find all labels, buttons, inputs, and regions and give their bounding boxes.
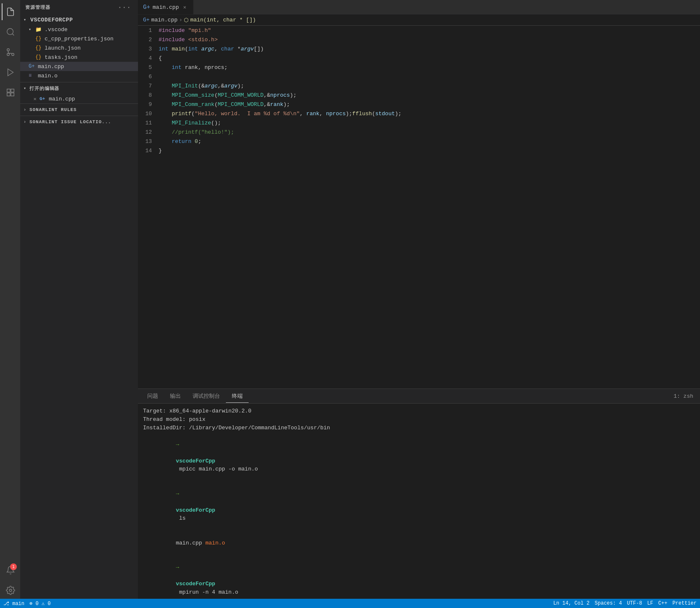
sidebar-header: 资源管理器 ···	[20, 0, 138, 15]
shell-label: 1: zsh	[673, 393, 697, 399]
breadcrumb-separator: ›	[179, 17, 182, 23]
panel-tabs: 问题 输出 调试控制台 终端 1: zsh	[138, 389, 700, 404]
tree-item-main-o[interactable]: ≡ main.o	[20, 71, 138, 80]
chevron-down-icon: ▾	[29, 27, 35, 32]
chevron-right-icon: ›	[24, 108, 29, 112]
language-status[interactable]: C++	[658, 600, 668, 606]
close-button[interactable]: ✕	[32, 96, 38, 102]
status-bar: ⎇ main ⊗ 0 ⚠ 0 Ln 14, Col 2 Spaces: 4 UT…	[0, 599, 700, 608]
tab-bar: G+ main.cpp ✕	[138, 0, 700, 15]
term-cmd-mpicc1: → vscodeForCpp mpicc main.cpp -o main.o	[143, 432, 695, 481]
chevron-right-icon: ›	[24, 120, 29, 124]
search-icon[interactable]	[2, 24, 19, 40]
term-cmd-mpirun1: → vscodeForCpp mpirun -n 4 main.o	[143, 555, 695, 599]
tree-item-tasks[interactable]: {} tasks.json	[20, 53, 138, 62]
open-editors-header[interactable]: ▾ 打开的编辑器	[20, 82, 138, 94]
tree-item-main-cpp[interactable]: G+ main.cpp	[20, 62, 138, 71]
tree-item-c-cpp-properties[interactable]: {} c_cpp_properties.json	[20, 34, 138, 43]
breadcrumb-file[interactable]: G+ main.cpp	[143, 17, 178, 23]
breadcrumb: G+ main.cpp › ⬡ main(int, char * [])	[138, 15, 700, 26]
code-line-6: 6	[138, 74, 700, 83]
extensions-icon[interactable]	[2, 84, 19, 101]
git-icon[interactable]	[2, 44, 19, 61]
code-editor[interactable]: 1 #include "mpi.h" 2 #include <stdio.h> …	[138, 26, 700, 389]
term-output-thread: Thread model: posix	[143, 415, 695, 424]
svg-rect-9	[11, 93, 14, 96]
function-icon: ⬡	[184, 17, 188, 24]
eol-status[interactable]: LF	[647, 600, 653, 606]
tab-problems[interactable]: 问题	[141, 390, 164, 403]
sonarlint-issues-section: › SONARLINT ISSUE LOCATIO...	[20, 116, 138, 128]
status-right: Ln 14, Col 2 Spaces: 4 UTF-8 LF C++ Pret…	[553, 600, 697, 606]
svg-point-3	[7, 49, 10, 51]
code-line-11: 11 MPI_Finalize();	[138, 120, 700, 129]
cpp-file-icon: G+	[40, 96, 47, 102]
indentation-status[interactable]: Spaces: 4	[595, 600, 622, 606]
sonarlint-issues-header[interactable]: › SONARLINT ISSUE LOCATIO...	[20, 116, 138, 128]
cpp-file-icon: G+	[29, 63, 36, 69]
cpp-tab-icon: G+	[143, 4, 150, 11]
term-output-installeddir: InstalledDir: /Library/Developer/Command…	[143, 424, 695, 432]
app-container: 1 资源管理器 ··· ▾ VSCODEFORCPP	[0, 0, 700, 599]
cpp-breadcrumb-icon: G+	[143, 17, 150, 23]
svg-rect-8	[7, 93, 10, 96]
obj-file-icon: ≡	[29, 73, 36, 79]
files-icon[interactable]	[2, 3, 19, 20]
tree-folder-vscode[interactable]: ▾ 📁 .vscode	[20, 25, 138, 34]
open-editors-section: ▾ 打开的编辑器 ✕ G+ main.cpp	[20, 82, 138, 103]
terminal[interactable]: Target: x86_64-apple-darwin20.2.0 Thread…	[138, 404, 700, 599]
formatter-status[interactable]: Prettier	[672, 600, 697, 606]
svg-point-10	[9, 589, 12, 592]
sonarlint-rules-header[interactable]: › SONARLINT RULES	[20, 104, 138, 116]
svg-line-1	[12, 34, 14, 35]
svg-marker-5	[8, 69, 13, 76]
svg-point-2	[12, 53, 14, 56]
chevron-down-icon: ▾	[24, 17, 30, 22]
sidebar: 资源管理器 ··· ▾ VSCODEFORCPP ▾ 📁 .vscode	[20, 0, 138, 599]
term-output-ls1: main.cpp main.o	[143, 531, 695, 555]
tab-debug-console[interactable]: 调试控制台	[187, 390, 226, 403]
svg-rect-6	[7, 89, 10, 92]
editor-area: G+ main.cpp ✕ G+ main.cpp › ⬡ main(int, …	[138, 0, 700, 599]
svg-rect-7	[11, 89, 14, 92]
tree-item-launch[interactable]: {} launch.json	[20, 43, 138, 53]
sidebar-header-actions: ···	[116, 3, 133, 12]
tab-output[interactable]: 输出	[164, 390, 187, 403]
tab-terminal[interactable]: 终端	[226, 390, 249, 403]
encoding-status[interactable]: UTF-8	[627, 600, 642, 606]
sidebar-title: 资源管理器	[25, 4, 51, 11]
code-line-12: 12 //printf("hello!");	[138, 129, 700, 138]
json-file-icon: {}	[35, 45, 43, 51]
debug-icon[interactable]	[2, 64, 19, 81]
sonarlint-rules-section: › SONARLINT RULES	[20, 103, 138, 116]
tab-main-cpp[interactable]: G+ main.cpp ✕	[138, 0, 194, 14]
panel: 问题 输出 调试控制台 终端 1: zsh Target: x86_64-app…	[138, 389, 700, 599]
activity-bar: 1	[0, 0, 20, 599]
error-warning-status[interactable]: ⊗ 0 ⚠ 0	[29, 600, 50, 607]
code-line-2: 2 #include <stdio.h>	[138, 37, 700, 46]
notification-icon[interactable]: 1	[2, 562, 19, 579]
tab-label: main.cpp	[153, 4, 179, 11]
code-line-9: 9 MPI_Comm_rank(MPI_COMM_WORLD,&rank);	[138, 101, 700, 111]
folder-icon: 📁	[35, 26, 43, 32]
status-left: ⎇ main ⊗ 0 ⚠ 0	[3, 600, 50, 607]
panel-tab-group: 问题 输出 调试控制台 终端	[141, 390, 249, 403]
sidebar-content: ▾ VSCODEFORCPP ▾ 📁 .vscode {} c_cpp_prop…	[20, 15, 138, 599]
tree-root-vscodeforcpp[interactable]: ▾ VSCODEFORCPP	[20, 15, 138, 25]
term-cmd-ls1: → vscodeForCpp ls	[143, 481, 695, 531]
breadcrumb-function[interactable]: ⬡ main(int, char * [])	[184, 17, 256, 24]
term-output-target: Target: x86_64-apple-darwin20.2.0	[143, 407, 695, 415]
code-line-10: 10 printf("Hello, world. I am %d of %d\n…	[138, 111, 700, 120]
cursor-position-status[interactable]: Ln 14, Col 2	[553, 600, 589, 606]
settings-icon[interactable]	[2, 582, 19, 599]
open-editor-main-cpp[interactable]: ✕ G+ main.cpp	[20, 94, 138, 103]
file-tree: ▾ VSCODEFORCPP ▾ 📁 .vscode {} c_cpp_prop…	[20, 15, 138, 80]
tab-close-button[interactable]: ✕	[181, 4, 188, 11]
notification-badge: 1	[10, 563, 17, 570]
svg-point-4	[7, 53, 10, 56]
code-line-14: 14 }	[138, 148, 700, 157]
chevron-down-icon: ▾	[24, 86, 29, 91]
json-file-icon: {}	[35, 54, 43, 60]
more-actions-button[interactable]: ···	[116, 3, 133, 12]
git-branch-status[interactable]: ⎇ main	[3, 600, 24, 607]
